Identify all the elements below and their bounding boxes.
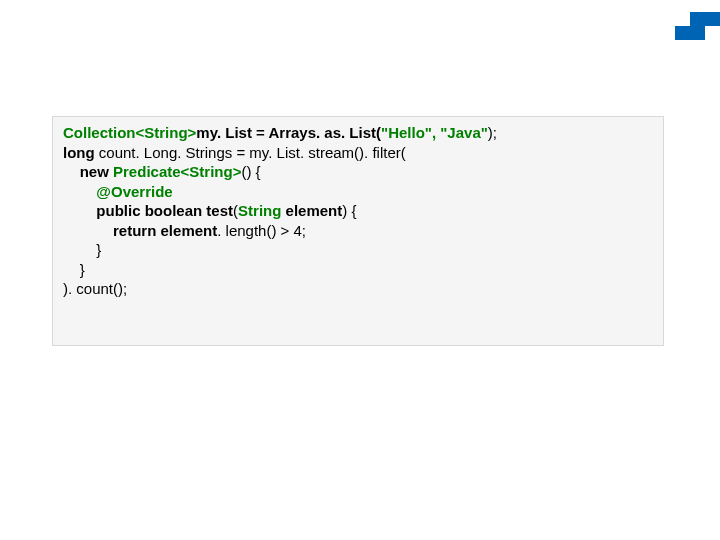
code-line-7: } <box>63 240 653 260</box>
length-expr: . length() > 4; <box>217 222 306 239</box>
logo-bar-top <box>690 12 720 26</box>
code-line-2: long count. Long. Strings = my. List. st… <box>63 143 653 163</box>
brace-close: } <box>80 261 85 278</box>
indent <box>63 241 96 258</box>
code-line-5: public boolean test(String element) { <box>63 201 653 221</box>
code-line-3: new Predicate<String>() { <box>63 162 653 182</box>
kw-long: long <box>63 144 95 161</box>
brace-close: } <box>96 241 101 258</box>
kw-public-boolean: public boolean <box>96 202 202 219</box>
count-call: ). count(); <box>63 280 127 297</box>
code-line-9: ). count(); <box>63 279 653 299</box>
method-test: test <box>206 202 233 219</box>
filter-call: count. Long. Strings = my. List. stream(… <box>95 144 406 161</box>
type-predicate-string: Predicate<String> <box>113 163 241 180</box>
string-literals: "Hello", "Java" <box>381 124 488 141</box>
indent <box>63 261 80 278</box>
var-assign: my. List = Arrays. as. List( <box>196 124 381 141</box>
code-block: Collection<String>my. List = Arrays. as.… <box>52 116 664 346</box>
code-line-8: } <box>63 260 653 280</box>
code-line-1: Collection<String>my. List = Arrays. as.… <box>63 123 653 143</box>
indent <box>63 183 96 200</box>
anon-open: () { <box>241 163 260 180</box>
kw-return: return <box>113 222 156 239</box>
type-string: String <box>238 202 281 219</box>
type-collection-string: Collection<String> <box>63 124 196 141</box>
indent <box>63 222 113 239</box>
stmt-end: ); <box>488 124 497 141</box>
annotation-override: @Override <box>96 183 172 200</box>
kw-new: new <box>80 163 109 180</box>
brand-logo <box>678 12 720 40</box>
code-line-6: return element. length() > 4; <box>63 221 653 241</box>
indent <box>63 163 80 180</box>
ident-element: element <box>161 222 218 239</box>
param-element: element <box>286 202 343 219</box>
indent <box>63 202 96 219</box>
logo-bar-bottom <box>675 26 705 40</box>
code-line-4: @Override <box>63 182 653 202</box>
method-open-brace: ) { <box>342 202 356 219</box>
